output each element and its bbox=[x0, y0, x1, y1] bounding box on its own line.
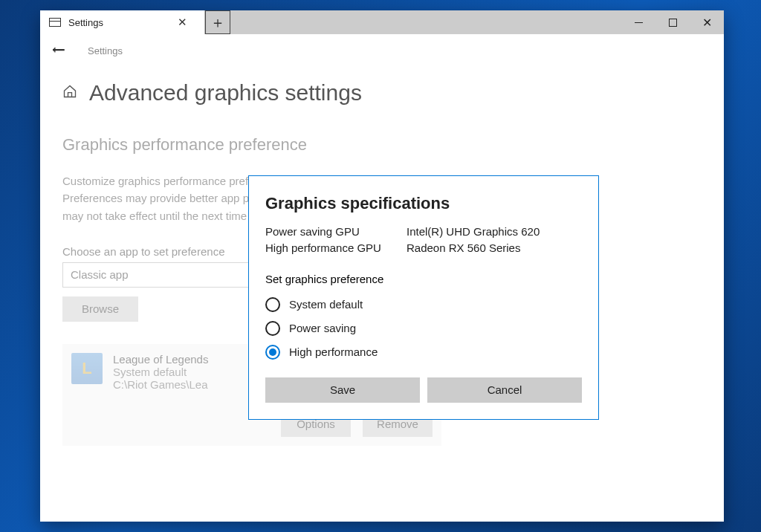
titlebar: Settings ✕ ＋ ✕ bbox=[40, 10, 724, 34]
radio-power-saving[interactable]: Power saving bbox=[265, 317, 582, 340]
app-path: C:\Riot Games\Lea bbox=[113, 378, 208, 391]
dialog-buttons: Save Cancel bbox=[265, 377, 582, 403]
window-controls: ✕ bbox=[621, 10, 724, 34]
tab-close-button[interactable]: ✕ bbox=[172, 10, 192, 34]
minimize-icon bbox=[635, 22, 643, 23]
radio-icon bbox=[265, 297, 280, 312]
app-preference: System default bbox=[113, 366, 208, 378]
close-button[interactable]: ✕ bbox=[690, 10, 724, 34]
page-title: Advanced graphics settings bbox=[89, 80, 362, 106]
radio-high-performance[interactable]: High performance bbox=[265, 340, 582, 364]
settings-window: Settings ✕ ＋ ✕ 🠔 Settings Advanced graph… bbox=[40, 10, 724, 522]
spec-row-high: High performance GPU Radeon RX 560 Serie… bbox=[265, 240, 582, 256]
spec-value: Intel(R) UHD Graphics 620 bbox=[407, 224, 582, 240]
maximize-icon bbox=[669, 19, 677, 27]
breadcrumb: 🠔 Settings bbox=[40, 34, 724, 67]
app-icon: L bbox=[71, 353, 103, 384]
back-button[interactable]: 🠔 bbox=[52, 43, 65, 59]
radio-system-default[interactable]: System default bbox=[265, 293, 582, 317]
tab-settings[interactable]: Settings ✕ bbox=[40, 10, 205, 34]
spec-label: Power saving GPU bbox=[265, 224, 407, 240]
spec-value: Radeon RX 560 Series bbox=[407, 240, 582, 256]
radio-label: System default bbox=[289, 298, 363, 311]
radio-icon bbox=[265, 321, 280, 336]
dialog-title: Graphics specifications bbox=[265, 194, 582, 213]
graphics-spec-dialog: Graphics specifications Power saving GPU… bbox=[248, 175, 599, 420]
tab-title: Settings bbox=[68, 17, 164, 28]
radio-icon-selected bbox=[265, 345, 280, 360]
plus-icon: ＋ bbox=[210, 13, 225, 33]
select-value: Classic app bbox=[71, 268, 129, 281]
preference-heading: Set graphics preference bbox=[265, 273, 582, 285]
app-info: League of Legends System default C:\Riot… bbox=[113, 353, 208, 391]
new-tab-button[interactable]: ＋ bbox=[205, 10, 230, 34]
page-header: Advanced graphics settings bbox=[40, 67, 724, 106]
minimize-button[interactable] bbox=[621, 10, 655, 34]
spec-row-power: Power saving GPU Intel(R) UHD Graphics 6… bbox=[265, 224, 582, 240]
save-button[interactable]: Save bbox=[265, 377, 420, 403]
breadcrumb-text: Settings bbox=[88, 45, 123, 56]
maximize-button[interactable] bbox=[655, 10, 690, 34]
radio-label: Power saving bbox=[289, 322, 356, 334]
radio-label: High performance bbox=[289, 346, 378, 358]
home-icon[interactable] bbox=[62, 84, 77, 102]
cancel-button[interactable]: Cancel bbox=[427, 377, 582, 403]
app-name: League of Legends bbox=[113, 353, 208, 366]
settings-tab-icon bbox=[49, 18, 61, 27]
close-icon: ✕ bbox=[702, 16, 712, 30]
browse-button[interactable]: Browse bbox=[62, 296, 138, 322]
spec-label: High performance GPU bbox=[265, 240, 407, 256]
section-heading: Graphics performance preference bbox=[62, 135, 702, 155]
